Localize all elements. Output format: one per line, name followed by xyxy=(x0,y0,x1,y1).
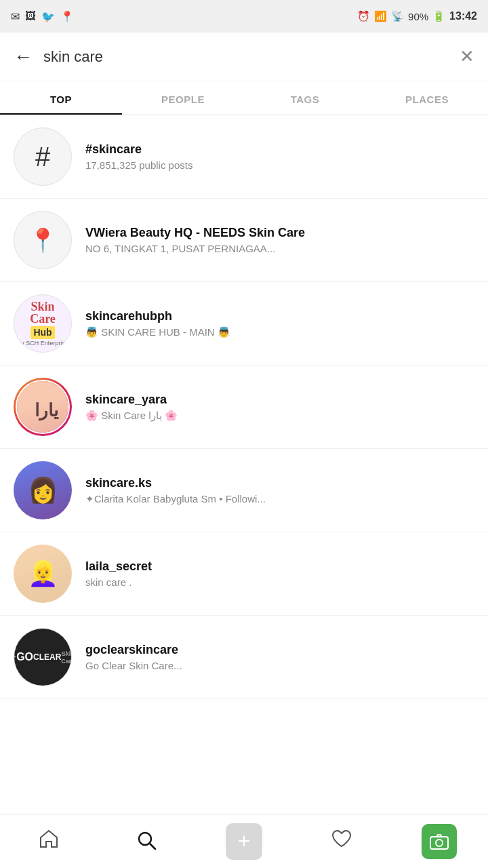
result-info: #skincare 17,851,325 public posts xyxy=(85,142,474,171)
result-info: skincarehubph 👼 SKIN CARE HUB - MAIN 👼 xyxy=(85,309,474,338)
search-query: skin care xyxy=(43,48,460,66)
pin-icon: 📍 xyxy=(28,226,57,254)
result-info: laila_secret skin care . xyxy=(85,559,474,588)
foursquare-icon: 📍 xyxy=(60,10,74,23)
nav-home-button[interactable] xyxy=(22,821,76,862)
result-info: skincare.ks ✦Clarita Kolar Babygluta Sm … xyxy=(85,476,474,505)
result-info: goclearskincare Go Clear Skin Care... xyxy=(85,643,474,671)
home-icon xyxy=(38,828,60,854)
wifi-icon: 📶 xyxy=(374,10,387,22)
result-sub: NO 6, TINGKAT 1, PUSAT PERNIAGAA... xyxy=(85,243,474,254)
list-item[interactable]: # #skincare 17,851,325 public posts xyxy=(0,115,488,199)
results-list: # #skincare 17,851,325 public posts 📍 VW… xyxy=(0,115,488,699)
status-left-icons: ✉ 🖼 🐦 📍 xyxy=(11,10,74,23)
result-sub: ✦Clarita Kolar Babygluta Sm • Followi... xyxy=(85,493,474,505)
result-sub: 17,851,325 public posts xyxy=(85,159,474,171)
status-bar: ✉ 🖼 🐦 📍 ⏰ 📶 📡 90% 🔋 13:42 xyxy=(0,0,488,33)
battery-icon: 🔋 xyxy=(432,10,445,22)
result-sub: 👼 SKIN CARE HUB - MAIN 👼 xyxy=(85,326,474,338)
user-avatar-skincare-ks: 👩 xyxy=(14,461,72,519)
bottom-nav: + xyxy=(0,814,488,868)
list-item[interactable]: 👱‍♀️ laila_secret skin care . xyxy=(0,532,488,616)
nav-add-button[interactable]: + xyxy=(217,821,271,862)
user-avatar-skincare-yara: یارا xyxy=(14,378,72,436)
result-name: skincare_yara xyxy=(85,393,474,407)
svg-rect-2 xyxy=(430,837,448,849)
user-face: یارا xyxy=(17,381,70,434)
status-right: ⏰ 📶 📡 90% 🔋 13:42 xyxy=(357,10,477,22)
nav-heart-button[interactable] xyxy=(314,821,369,862)
alarm-icon: ⏰ xyxy=(357,10,370,22)
list-item[interactable]: 📍 VWiera Beauty HQ - NEEDS Skin Care NO … xyxy=(0,199,488,282)
time-display: 13:42 xyxy=(449,10,477,22)
nav-search-button[interactable] xyxy=(119,821,174,862)
list-item[interactable]: Skin Care Hub By SCH Enterprise skincare… xyxy=(0,282,488,366)
result-sub: skin care . xyxy=(85,576,474,588)
tab-tags[interactable]: TAGS xyxy=(244,81,366,115)
svg-line-1 xyxy=(150,844,155,849)
result-name: laila_secret xyxy=(85,559,474,574)
user-avatar-skincarehubph: Skin Care Hub By SCH Enterprise xyxy=(14,294,72,353)
result-name: skincarehubph xyxy=(85,309,474,323)
user-avatar-laila: 👱‍♀️ xyxy=(14,545,72,603)
user-face: 👩 xyxy=(14,461,72,519)
hashtag-avatar: # xyxy=(14,127,72,186)
result-info: VWiera Beauty HQ - NEEDS Skin Care NO 6,… xyxy=(85,226,474,254)
tabs-bar: TOP PEOPLE TAGS PLACES xyxy=(0,81,488,115)
twitter-icon: 🐦 xyxy=(41,10,55,23)
email-icon: ✉ xyxy=(11,10,20,23)
image-icon: 🖼 xyxy=(25,10,36,22)
list-item[interactable]: 👩 skincare.ks ✦Clarita Kolar Babygluta S… xyxy=(0,449,488,532)
list-item[interactable]: یارا skincare_yara 🌸 Skin Care یارا 🌸 xyxy=(0,366,488,449)
result-info: skincare_yara 🌸 Skin Care یارا 🌸 xyxy=(85,393,474,422)
search-icon xyxy=(136,829,157,854)
svg-point-3 xyxy=(436,840,443,846)
result-sub: Go Clear Skin Care... xyxy=(85,660,474,671)
battery-text: 90% xyxy=(408,11,428,22)
user-face: 👱‍♀️ xyxy=(14,545,72,603)
heart-icon xyxy=(331,828,352,854)
signal-icon: 📡 xyxy=(391,10,404,22)
tab-people[interactable]: PEOPLE xyxy=(122,81,244,115)
nav-profile-button[interactable] xyxy=(412,821,466,862)
add-icon: + xyxy=(226,823,262,860)
user-avatar-goclear: ✦ ✦ ✦ GO CLEAR Skin Care xyxy=(14,628,72,686)
list-item[interactable]: ✦ ✦ ✦ GO CLEAR Skin Care goclearskincare… xyxy=(0,616,488,699)
tab-top[interactable]: TOP xyxy=(0,81,122,115)
result-sub: 🌸 Skin Care یارا 🌸 xyxy=(85,410,474,422)
back-button[interactable]: ← xyxy=(14,46,33,68)
search-bar: ← skin care ✕ xyxy=(0,33,488,81)
profile-icon xyxy=(422,824,457,859)
place-avatar: 📍 xyxy=(14,211,72,269)
user-face: ✦ ✦ ✦ GO CLEAR Skin Care xyxy=(14,628,72,686)
clear-button[interactable]: ✕ xyxy=(460,46,474,67)
tab-places[interactable]: PLACES xyxy=(366,81,488,115)
result-name: #skincare xyxy=(85,142,474,157)
result-name: VWiera Beauty HQ - NEEDS Skin Care xyxy=(85,226,474,240)
hash-icon: # xyxy=(35,142,50,172)
result-name: goclearskincare xyxy=(85,643,474,657)
result-name: skincare.ks xyxy=(85,476,474,490)
